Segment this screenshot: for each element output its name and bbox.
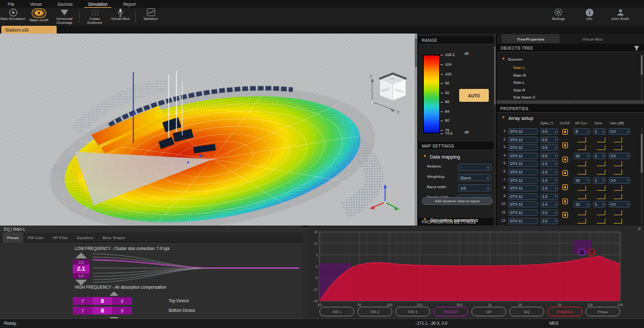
splay-cell[interactable]: 0.5▾ — [540, 153, 558, 159]
device-cell[interactable]: GTX 12 — [508, 153, 538, 159]
menu-item-file[interactable]: File — [0, 1, 22, 8]
tab-equalizer[interactable]: Equalizer — [73, 233, 99, 242]
array-setup-section[interactable]: ▼Array setup — [502, 115, 579, 121]
hf-value-cell[interactable]: 7 — [73, 297, 93, 305]
eq-response-chart[interactable]: 20501002005001k2k5k10k20k181260-6-12-18O… — [308, 226, 644, 309]
hf-value-cell[interactable]: 8 — [93, 307, 113, 314]
hf-value-cell[interactable]: 8 — [93, 297, 113, 305]
filter-button-overall[interactable]: OVERALL — [547, 307, 582, 316]
splay-cell[interactable]: 1.0▾ — [540, 185, 558, 191]
toolbar-button-settings[interactable]: Settings — [546, 8, 571, 25]
tree-item-main-l[interactable]: Main L — [513, 64, 623, 71]
toolbar-button-maps-on-off[interactable]: Maps on/off — [26, 8, 52, 25]
auto-range-button[interactable]: AUTO — [459, 89, 489, 102]
gain-cell[interactable]: 0.0▾ — [609, 153, 630, 159]
menu-item-venue[interactable]: Venue — [22, 1, 49, 8]
filter-button-fir-1[interactable]: FIR 1 — [319, 307, 354, 316]
menu-item-sources[interactable]: Sources — [50, 1, 80, 8]
tree-scrollbar[interactable] — [641, 54, 643, 101]
range-min-value[interactable]: 74.6 — [445, 131, 460, 135]
device-cell[interactable]: GTX 12 — [508, 209, 538, 216]
toolbar-button-statistics[interactable]: Statistics — [138, 8, 164, 25]
tab-bass-shaper[interactable]: Bass Shaper — [98, 233, 129, 242]
device-cell[interactable]: GTX 12 — [508, 128, 538, 135]
splay-cell[interactable]: 1.0▾ — [540, 169, 558, 175]
filter-button-fir-3[interactable]: FIR 3 — [395, 307, 430, 316]
panel-splitter[interactable]: ⋯ — [497, 101, 644, 104]
document-tab[interactable]: Stadium.s3d — [1, 26, 57, 34]
tree-item-sub-stack-c[interactable]: Sub Stack C — [513, 93, 623, 101]
add-dynamic-view-button[interactable]: Add dynamic view to report — [422, 197, 493, 205]
lf-spinner-current-value[interactable]: 2.1 — [73, 265, 90, 273]
curve-marker[interactable] — [579, 249, 585, 256]
3d-viewport[interactable]: Z X TOP RIGHT FRONT — [0, 34, 415, 226]
tree-item-main-r[interactable]: Main R — [513, 72, 623, 79]
tab-fir-gain[interactable]: FIR Gain — [23, 233, 48, 242]
toolbar-button-virtual-mics[interactable]: Virtual Mics — [108, 8, 133, 25]
hf-corr-cell[interactable]: 16▾ — [574, 153, 591, 159]
on-off-checkbox[interactable] — [562, 170, 568, 176]
hf-compensation-selector[interactable]: 789 — [73, 297, 132, 305]
zone-cell[interactable]: 1▾ — [593, 177, 606, 184]
device-cell[interactable]: GTX 12 — [508, 169, 538, 175]
splay-cell[interactable]: 1.0▾ — [540, 201, 558, 207]
tab-preset[interactable]: Preset — [3, 233, 23, 242]
filter-button-eq[interactable]: EQ — [509, 307, 544, 316]
splay-cell[interactable]: 0.5▾ — [540, 144, 558, 151]
hf-corr-cell[interactable]: 16▾ — [574, 177, 591, 184]
hf-corr-cell[interactable]: 8▾ — [574, 128, 591, 135]
device-cell[interactable]: GTX 12 — [508, 137, 538, 143]
on-off-checkbox[interactable] — [562, 157, 568, 162]
device-cell[interactable]: GTX 12 — [508, 185, 538, 191]
splay-cell[interactable]: 0.0▾ — [540, 128, 558, 135]
device-cell[interactable]: GTX 12 — [508, 177, 538, 184]
tab-virtual-mics[interactable]: Virtual Mics — [564, 34, 621, 43]
scrollbar-thumb[interactable] — [641, 55, 643, 75]
filter-button-hp[interactable]: HP — [471, 307, 506, 316]
tree-item-side-r[interactable]: Side R — [513, 86, 623, 93]
toolbar-button-john-smith[interactable]: John Smith — [608, 8, 632, 25]
tree-group-sources[interactable]: ▼Sources — [502, 55, 630, 63]
menu-item-simulation[interactable]: Simulation — [80, 1, 115, 8]
hf-corr-cell[interactable]: 12▾ — [574, 201, 591, 207]
toolbar-button-horizontal-coverage[interactable]: Horizontal Coverage — [52, 8, 77, 25]
gain-cell[interactable]: 0.0▾ — [609, 201, 630, 207]
zone-cell[interactable]: 1▾ — [593, 201, 606, 207]
on-off-checkbox[interactable] — [562, 142, 568, 148]
menu-item-report[interactable]: Report — [115, 1, 144, 8]
data-mapping-section[interactable]: ▼Data mapping — [423, 153, 494, 160]
device-cell[interactable]: GTX 12 — [508, 218, 538, 224]
toolbar-button-start-simulation[interactable]: Start Simulation — [0, 8, 26, 25]
device-cell[interactable]: GTX 12 — [508, 160, 538, 167]
on-off-checkbox[interactable] — [562, 184, 568, 190]
splay-cell[interactable]: 0.5▾ — [540, 137, 558, 143]
on-off-checkbox[interactable] — [562, 212, 568, 218]
filter-button-phase[interactable]: Phase — [585, 307, 620, 316]
toolbar-button-info[interactable]: Info — [577, 8, 601, 25]
splay-cell[interactable]: 2.0▾ — [540, 218, 558, 224]
toolbar-button-create-audience[interactable]: Create Audience — [82, 8, 108, 25]
hf-spinner-up-icon[interactable] — [109, 291, 118, 296]
splay-cell[interactable]: 1.0▾ — [540, 177, 558, 184]
gain-cell[interactable]: 0.0▾ — [609, 177, 630, 184]
properties-scrollbar[interactable] — [641, 128, 643, 224]
splay-cell[interactable]: 1.0▾ — [540, 193, 558, 200]
zone-cell[interactable]: 1▾ — [593, 153, 606, 159]
hf-value-cell[interactable]: 9 — [112, 297, 132, 305]
device-cell[interactable]: GTX 12 — [508, 193, 538, 200]
hf-compensation-selector[interactable]: 789 — [73, 307, 132, 314]
device-cell[interactable]: GTX 12 — [508, 201, 538, 207]
field-select-weighting[interactable]: Z(ero)▾ — [458, 174, 491, 181]
hf-value-cell[interactable]: 9 — [112, 307, 132, 314]
filter-icon[interactable] — [634, 46, 639, 52]
on-off-checkbox[interactable] — [562, 129, 568, 135]
filter-button-fir-2[interactable]: FIR 2 — [357, 307, 392, 316]
splay-cell[interactable]: 2.0▾ — [540, 209, 558, 216]
zone-cell[interactable]: 1▾ — [593, 128, 606, 135]
field-select-bandwidth[interactable]: 1/3▾ — [458, 184, 491, 191]
simulation-parameters-section[interactable]: ▼Simulation parameters — [423, 217, 494, 223]
splay-cell[interactable]: 1.0▾ — [540, 160, 558, 167]
filter-button-preset[interactable]: PRESET — [433, 307, 468, 316]
hf-value-cell[interactable]: 7 — [73, 307, 93, 314]
scrollbar-thumb[interactable] — [641, 134, 643, 173]
